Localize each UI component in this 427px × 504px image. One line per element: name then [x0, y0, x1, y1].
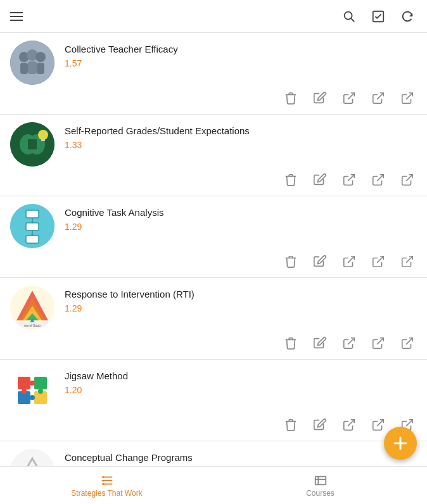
edit-button-4[interactable]	[310, 334, 329, 353]
delete-button-2[interactable]	[281, 170, 300, 189]
item-actions-3	[10, 248, 417, 272]
checklist-button[interactable]	[369, 7, 388, 26]
nav-courses-label: Courses	[306, 489, 335, 498]
external-link-3-button-3[interactable]	[398, 252, 417, 271]
item-title-4: Response to Intervention (RTI)	[65, 288, 417, 301]
svg-point-45	[10, 367, 54, 412]
strategies-list: Collective Teacher Efficacy1.57 Self-Rep…	[0, 33, 427, 504]
external-link-1-button-1[interactable]	[340, 89, 359, 108]
edit-button-5[interactable]	[310, 415, 329, 434]
svg-point-53	[38, 389, 43, 394]
bottom-nav: Strategies That Work Courses	[0, 466, 427, 504]
item-thumbnail-4: ers of Supp	[10, 286, 54, 330]
svg-line-11	[348, 93, 354, 99]
svg-text:ers of Supp: ers of Supp	[24, 324, 41, 327]
external-link-2-button-1[interactable]	[369, 89, 388, 108]
svg-point-68	[103, 476, 105, 478]
svg-rect-8	[28, 61, 37, 74]
item-top-2: Self-Reported Grades/Student Expectation…	[10, 122, 417, 167]
item-top-3: Cognitive Task Analysis1.29	[10, 204, 417, 248]
item-actions-4	[10, 330, 417, 354]
item-score-5: 1.20	[65, 385, 417, 395]
svg-line-12	[377, 93, 383, 99]
item-thumbnail-5	[10, 367, 54, 412]
item-top-1: Collective Teacher Efficacy1.57	[10, 41, 417, 85]
svg-rect-19	[41, 139, 45, 141]
external-link-1-button-4[interactable]	[340, 334, 359, 353]
item-score-1: 1.57	[65, 58, 417, 68]
item-thumbnail-1	[10, 41, 54, 85]
svg-line-21	[377, 175, 383, 181]
nav-strategies-label: Strategies That Work	[71, 489, 142, 498]
search-button[interactable]	[340, 7, 359, 26]
external-link-3-button-1[interactable]	[398, 89, 417, 108]
svg-line-43	[377, 338, 383, 344]
svg-rect-25	[26, 223, 39, 230]
svg-line-20	[348, 175, 354, 181]
svg-line-42	[348, 338, 354, 344]
svg-point-9	[35, 52, 46, 62]
item-thumbnail-2	[10, 122, 54, 167]
svg-rect-26	[26, 236, 39, 243]
item-top-4: ers of Supp Response to Intervention (RT…	[10, 286, 417, 330]
svg-point-1	[345, 11, 352, 19]
external-link-3-button-2[interactable]	[398, 170, 417, 189]
svg-line-44	[406, 338, 412, 344]
item-title-5: Jigsaw Method	[65, 370, 417, 382]
add-fab-button[interactable]	[384, 427, 417, 460]
svg-line-2	[351, 18, 354, 22]
item-score-3: 1.29	[65, 222, 417, 232]
external-link-2-button-3[interactable]	[369, 252, 388, 271]
item-info-2: Self-Reported Grades/Student Expectation…	[65, 122, 417, 150]
delete-button-1[interactable]	[281, 89, 300, 108]
svg-point-70	[103, 483, 105, 485]
svg-rect-47	[34, 377, 47, 389]
svg-line-31	[348, 256, 354, 263]
external-link-1-button-5[interactable]	[340, 415, 359, 434]
item-title-2: Self-Reported Grades/Student Expectation…	[65, 125, 417, 137]
list-item: ers of Supp Response to Intervention (RT…	[0, 278, 427, 360]
svg-rect-17	[28, 139, 37, 149]
item-title-1: Collective Teacher Efficacy	[65, 43, 417, 56]
delete-button-5[interactable]	[281, 415, 300, 434]
svg-point-50	[30, 381, 35, 386]
svg-line-13	[406, 93, 412, 99]
edit-button-2[interactable]	[310, 170, 329, 189]
svg-point-52	[30, 395, 35, 400]
content-area: Collective Teacher Efficacy1.57 Self-Rep…	[0, 33, 427, 504]
edit-button-3[interactable]	[310, 252, 329, 271]
edit-button-1[interactable]	[310, 89, 329, 108]
list-item: Jigsaw Method1.20	[0, 360, 427, 441]
svg-line-54	[348, 420, 354, 426]
item-info-5: Jigsaw Method1.20	[65, 367, 417, 395]
svg-line-22	[406, 175, 412, 181]
svg-rect-46	[18, 377, 30, 389]
header-right	[340, 7, 417, 26]
item-score-2: 1.33	[65, 140, 417, 150]
refresh-button[interactable]	[398, 7, 417, 26]
delete-button-3[interactable]	[281, 252, 300, 271]
external-link-2-button-4[interactable]	[369, 334, 388, 353]
item-score-4: 1.29	[65, 303, 417, 313]
svg-line-56	[406, 420, 412, 426]
svg-point-18	[38, 130, 48, 140]
menu-icon[interactable]	[10, 12, 23, 21]
delete-button-4[interactable]	[281, 334, 300, 353]
external-link-3-button-4[interactable]	[398, 334, 417, 353]
svg-point-51	[22, 389, 27, 394]
item-info-1: Collective Teacher Efficacy1.57	[65, 41, 417, 68]
svg-point-69	[103, 479, 105, 481]
external-link-1-button-2[interactable]	[340, 170, 359, 189]
nav-strategies[interactable]: Strategies That Work	[0, 467, 213, 504]
nav-courses[interactable]: Courses	[213, 467, 427, 504]
svg-rect-6	[20, 63, 28, 74]
item-actions-2	[10, 167, 417, 191]
external-link-2-button-2[interactable]	[369, 170, 388, 189]
svg-rect-10	[37, 63, 44, 74]
header	[0, 0, 427, 33]
external-link-1-button-3[interactable]	[340, 252, 359, 271]
item-actions-5	[10, 412, 417, 436]
external-link-2-button-5[interactable]	[369, 415, 388, 434]
list-item: Self-Reported Grades/Student Expectation…	[0, 115, 427, 196]
svg-rect-71	[315, 476, 326, 484]
